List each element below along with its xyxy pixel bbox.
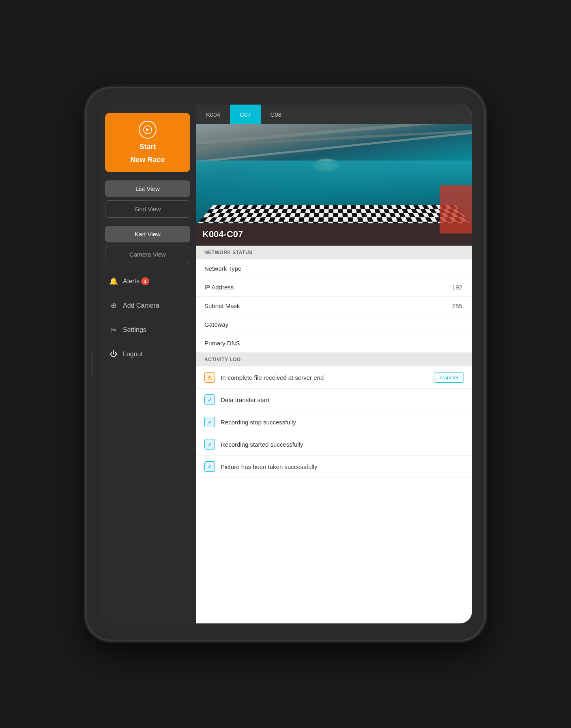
tablet-frame: Start New Race List View Grid View Kart … (87, 88, 484, 640)
checkerboard (196, 205, 472, 225)
add-camera-nav-item[interactable]: ⊕ Add Camera (105, 295, 190, 316)
ip-address-value: 192. (452, 284, 464, 291)
side-button (91, 352, 93, 376)
activity-text-5: Picture has been taken successfully (221, 463, 317, 470)
transfer-button[interactable]: Transfer (434, 373, 464, 383)
settings-label: Settings (123, 326, 146, 334)
red-element (440, 185, 472, 233)
sidebar: Start New Race List View Grid View Kart … (99, 105, 196, 623)
activity-item-3: ✓ Recording stop successfully (196, 411, 472, 433)
start-race-label-line1: Start (139, 143, 156, 152)
activity-item-1: ⚠ In-complete file received at server en… (196, 366, 472, 389)
subnet-mask-row: Subnet Mask 255. (196, 297, 472, 315)
tablet-inner: Start New Race List View Grid View Kart … (99, 105, 472, 623)
alerts-label-group: Alerts 3 (123, 277, 149, 285)
list-view-button[interactable]: List View (105, 180, 190, 197)
tab-k004[interactable]: K004 (196, 105, 230, 124)
primary-dns-label: Primary DNS (204, 340, 240, 347)
view-group-1: List View Grid View (105, 180, 190, 218)
network-status-header: NETWORK STATUS (196, 246, 472, 259)
tab-c07-label: C07 (240, 111, 251, 118)
main-content: K004 C07 C08 (196, 105, 472, 623)
settings-nav-item[interactable]: ✂ Settings (105, 320, 190, 340)
logout-icon: ⏻ (109, 350, 118, 358)
race-flag-icon (139, 121, 157, 139)
success-icon-4: ✓ (204, 439, 215, 450)
gateway-label: Gateway (204, 321, 228, 328)
kart-view-button[interactable]: Kart View (105, 226, 190, 242)
warning-icon-1: ⚠ (204, 372, 215, 383)
primary-dns-row: Primary DNS (196, 334, 472, 353)
start-new-race-button[interactable]: Start New Race (105, 113, 190, 172)
grid-view-button[interactable]: Grid View (105, 200, 190, 218)
activity-item-2: ✓ Data transfer start (196, 389, 472, 411)
network-type-label: Network Type (204, 265, 241, 272)
ip-address-row: IP Address 192. (196, 278, 472, 297)
logout-nav-item[interactable]: ⏻ Logout (105, 344, 190, 364)
alerts-nav-item[interactable]: 🔔 Alerts 3 (105, 271, 190, 291)
subnet-mask-label: Subnet Mask (204, 302, 240, 309)
network-type-row: Network Type (196, 259, 472, 278)
alerts-badge: 3 (141, 277, 149, 285)
video-placeholder (196, 124, 472, 246)
add-camera-icon: ⊕ (109, 301, 118, 310)
tab-bar: K004 C07 C08 (196, 105, 472, 124)
alerts-label: Alerts (123, 278, 140, 285)
tab-k004-label: K004 (206, 111, 220, 118)
success-icon-5: ✓ (204, 461, 215, 472)
video-feed: K004-C07 (196, 124, 472, 246)
tab-c08[interactable]: C08 (261, 105, 292, 124)
add-camera-label: Add Camera (123, 302, 159, 309)
activity-text-1: In-complete file received at server end (221, 374, 324, 381)
ip-address-label: IP Address (204, 284, 234, 291)
settings-icon: ✂ (109, 325, 118, 334)
activity-item-4: ✓ Recording started successfully (196, 433, 472, 456)
tab-c07[interactable]: C07 (230, 105, 261, 124)
view-group-2: Kart View Camera View (105, 226, 190, 263)
success-icon-2: ✓ (204, 394, 215, 405)
logout-label: Logout (123, 351, 143, 358)
success-icon-3: ✓ (204, 417, 215, 427)
activity-log-header: ACTIVITY LOG (196, 353, 472, 366)
activity-text-3: Recording stop successfully (221, 419, 296, 426)
tab-c08-label: C08 (270, 111, 282, 118)
start-race-label-line2: New Race (130, 156, 165, 165)
bell-icon: 🔔 (109, 277, 118, 286)
video-label: K004-C07 (202, 229, 243, 240)
activity-text-2: Data transfer start (221, 396, 269, 403)
camera-view-button[interactable]: Camera View (105, 246, 190, 263)
gateway-row: Gateway (196, 315, 472, 334)
activity-text-4: Recording started successfully (221, 441, 303, 448)
subnet-mask-value: 255. (452, 302, 464, 309)
ceiling-layer (196, 124, 472, 165)
activity-item-5: ✓ Picture has been taken successfully (196, 456, 472, 478)
